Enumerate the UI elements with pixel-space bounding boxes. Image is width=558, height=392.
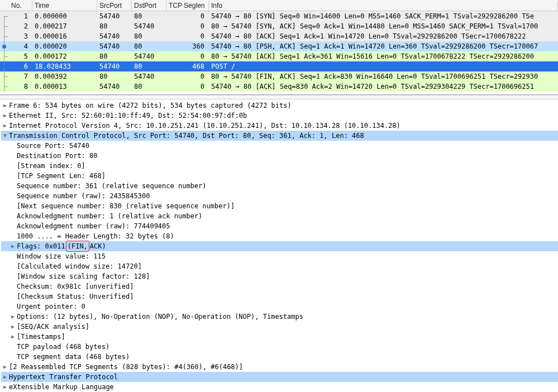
tcp-nextseq[interactable]: [Next sequence number: 830 (relative seq… [1, 201, 558, 211]
tcp-calcwin[interactable]: [Calculated window size: 14720] [1, 261, 558, 271]
cell-seglen: 0 [166, 82, 209, 92]
cell-time: 0.000392 [32, 71, 97, 82]
cell-no: 7 [9, 71, 32, 82]
cell-time: 18.028433 [32, 61, 97, 71]
col-header-dst[interactable]: DstPort [132, 1, 166, 11]
cell-srcport: 80 [97, 21, 132, 31]
tcp-options[interactable]: ▶ Options: (12 bytes), No-Operation (NOP… [1, 312, 558, 322]
tcp-flag-highlight: (FIN, [66, 241, 89, 252]
cell-srcport: 54740 [97, 11, 132, 21]
detail-ethernet[interactable]: ▶ Ethernet II, Src: 52:60:01:10:ff:49, D… [1, 111, 558, 121]
cell-dstport: 80 [132, 41, 166, 51]
cell-seglen: 0 [166, 21, 209, 31]
cell-srcport: 54740 [97, 31, 132, 41]
detail-ip[interactable]: ▶ Internet Protocol Version 4, Src: 10.1… [1, 121, 558, 131]
cell-time: 0.000217 [32, 21, 97, 31]
cell-time: 0.000013 [32, 82, 97, 92]
packet-row[interactable]: 40.000020547408036054740 → 80 [PSH, ACK]… [0, 41, 558, 51]
expand-icon[interactable]: ▶ [1, 121, 9, 131]
tcp-payload[interactable]: TCP payload (468 bytes) [1, 342, 558, 352]
tcp-seqraw[interactable]: Sequence number (raw): 2435845300 [1, 191, 558, 201]
cell-dstport: 80 [132, 11, 166, 21]
cell-time: 0.000172 [32, 51, 97, 61]
tcp-dstport[interactable]: Destination Port: 80 [1, 151, 558, 161]
collapse-icon[interactable]: ▼ [1, 131, 9, 141]
col-header-time[interactable]: Time [32, 1, 97, 11]
cell-info: 80 → 54740 [ACK] Seq=1 Ack=361 Win=15616… [209, 51, 558, 61]
cell-dstport: 54740 [132, 21, 166, 31]
expand-icon[interactable]: ▶ [1, 101, 9, 111]
packet-row[interactable]: 20.0002178054740080 → 54740 [SYN, ACK] S… [0, 21, 558, 31]
cell-no: 1 [9, 11, 32, 21]
row-marker [0, 51, 9, 61]
row-marker [0, 21, 9, 31]
tcp-timestamps[interactable]: ▶ [Timestamps] [1, 332, 558, 342]
detail-reassembled[interactable]: ▶ [2 Reassembled TCP Segments (828 bytes… [1, 362, 558, 372]
cell-srcport: 54740 [97, 41, 132, 51]
cell-srcport: 54740 [97, 61, 132, 71]
tcp-hdrlen[interactable]: 1000 .... = Header Length: 32 bytes (8) [1, 231, 558, 241]
cell-no: 6 [9, 61, 32, 71]
packet-row[interactable]: 618.0284335474080468POST / [0, 61, 558, 71]
detail-tcp-summary[interactable]: ▼ Transmission Control Protocol, Src Por… [1, 131, 558, 141]
col-header-len[interactable]: TCP Seglen [166, 1, 209, 11]
cell-seglen: 0 [166, 31, 209, 41]
cell-seglen: 0 [166, 51, 209, 61]
packet-row[interactable]: 70.0003928054740080 → 54740 [FIN, ACK] S… [0, 71, 558, 82]
detail-http[interactable]: ▶ Hypertext Transfer Protocol [1, 372, 558, 382]
tcp-winscale[interactable]: [Window size scaling factor: 128] [1, 271, 558, 281]
expand-icon[interactable]: ▶ [1, 382, 9, 392]
tcp-urg[interactable]: Urgent pointer: 0 [1, 302, 558, 312]
expand-icon[interactable]: ▶ [1, 362, 9, 372]
cell-time: 0.000020 [32, 41, 97, 51]
row-marker [0, 41, 9, 51]
tcp-ackrel[interactable]: Acknowledgment number: 1 (relative ack n… [1, 211, 558, 221]
packet-row[interactable]: 80.0000135474080054740 → 80 [ACK] Seq=83… [0, 82, 558, 92]
cell-info: 54740 → 80 [PSH, ACK] Seq=1 Ack=1 Win=14… [209, 41, 558, 51]
tcp-seqack[interactable]: ▶ [SEQ/ACK analysis] [1, 322, 558, 332]
cell-time: 0.000000 [32, 11, 97, 21]
tcp-cksstat[interactable]: [Checksum Status: Unverified] [1, 291, 558, 302]
tcp-seqrel[interactable]: Sequence number: 361 (relative sequence … [1, 181, 558, 191]
tcp-flags[interactable]: ▶ Flags: 0x011 (FIN, ACK) [1, 241, 558, 251]
tcp-cks[interactable]: Checksum: 0x981c [unverified] [1, 281, 558, 291]
cell-seglen: 468 [166, 61, 209, 71]
packet-row[interactable]: 50.0001728054740080 → 54740 [ACK] Seq=1 … [0, 51, 558, 61]
expand-icon[interactable]: ▶ [9, 332, 17, 342]
cell-info: 54740 → 80 [ACK] Seq=830 Ack=2 Win=14720… [209, 82, 558, 92]
cell-no: 4 [9, 41, 32, 51]
expand-icon[interactable]: ▶ [9, 322, 17, 332]
cell-dstport: 80 [132, 61, 166, 71]
tcp-segdata[interactable]: TCP segment data (468 bytes) [1, 352, 558, 362]
detail-frame[interactable]: ▶ Frame 6: 534 bytes on wire (4272 bits)… [1, 101, 558, 111]
packet-row[interactable]: 10.0000005474080054740 → 80 [SYN] Seq=0 … [0, 11, 558, 21]
cell-seglen: 360 [166, 41, 209, 51]
detail-xml[interactable]: ▶ eXtensible Markup Language [1, 382, 558, 392]
cell-dstport: 80 [132, 82, 166, 92]
tcp-srcport[interactable]: Source Port: 54740 [1, 141, 558, 151]
cell-dstport: 54740 [132, 71, 166, 82]
cell-no: 2 [9, 21, 32, 31]
cell-time: 0.000016 [32, 31, 97, 41]
row-marker [0, 31, 9, 41]
col-header-info[interactable]: Info [209, 1, 558, 11]
packet-list-body: 10.0000005474080054740 → 80 [SYN] Seq=0 … [0, 11, 558, 92]
tcp-stream[interactable]: [Stream index: 0] [1, 161, 558, 171]
tcp-seglen[interactable]: [TCP Segment Len: 468] [1, 171, 558, 181]
cell-seglen: 0 [166, 11, 209, 21]
cell-srcport: 54740 [97, 82, 132, 92]
cell-no: 3 [9, 31, 32, 41]
expand-icon[interactable]: ▶ [1, 111, 9, 121]
tcp-ackraw[interactable]: Acknowledgment number (raw): 774409405 [1, 221, 558, 231]
packet-list-pane: No. Time SrcPort DstPort TCP Seglen Info… [0, 0, 558, 95]
pane-divider[interactable] [0, 95, 558, 99]
col-header-no[interactable]: No. [9, 1, 32, 11]
col-header-src[interactable]: SrcPort [97, 1, 132, 11]
tcp-win[interactable]: Window size value: 115 [1, 251, 558, 261]
row-marker [0, 61, 9, 71]
cell-srcport: 80 [97, 71, 132, 82]
expand-icon[interactable]: ▶ [9, 241, 17, 251]
packet-row[interactable]: 30.0000165474080054740 → 80 [ACK] Seq=1 … [0, 31, 558, 41]
expand-icon[interactable]: ▶ [9, 312, 17, 322]
expand-icon[interactable]: ▶ [1, 372, 9, 382]
